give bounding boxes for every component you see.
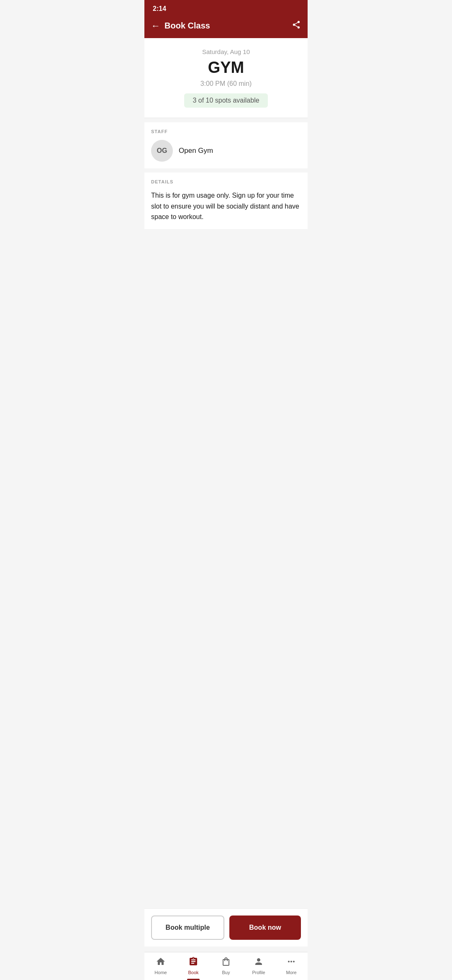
details-label: DETAILS <box>151 179 301 184</box>
class-name: GYM <box>151 59 301 77</box>
staff-avatar: OG <box>151 140 173 162</box>
status-time: 2:14 <box>153 5 166 12</box>
class-info: Saturday, Aug 10 GYM 3:00 PM (60 min) 3 … <box>144 38 308 118</box>
status-bar: 2:14 <box>144 0 308 16</box>
details-section: DETAILS This is for gym usage only. Sign… <box>144 173 308 229</box>
back-icon[interactable]: ← <box>151 21 160 31</box>
class-date: Saturday, Aug 10 <box>151 48 301 55</box>
class-time: 3:00 PM (60 min) <box>151 80 301 88</box>
share-icon[interactable] <box>292 20 301 31</box>
header-left: ← Book Class <box>151 21 210 31</box>
header-title: Book Class <box>164 21 210 31</box>
details-text: This is for gym usage only. Sign up for … <box>151 190 301 222</box>
staff-label: STAFF <box>151 129 301 134</box>
staff-section: STAFF OG Open Gym <box>144 122 308 168</box>
spacer <box>144 229 308 279</box>
staff-row: OG Open Gym <box>151 140 301 162</box>
header: ← Book Class <box>144 16 308 38</box>
staff-name: Open Gym <box>179 147 213 155</box>
spots-badge: 3 of 10 spots available <box>184 93 267 108</box>
